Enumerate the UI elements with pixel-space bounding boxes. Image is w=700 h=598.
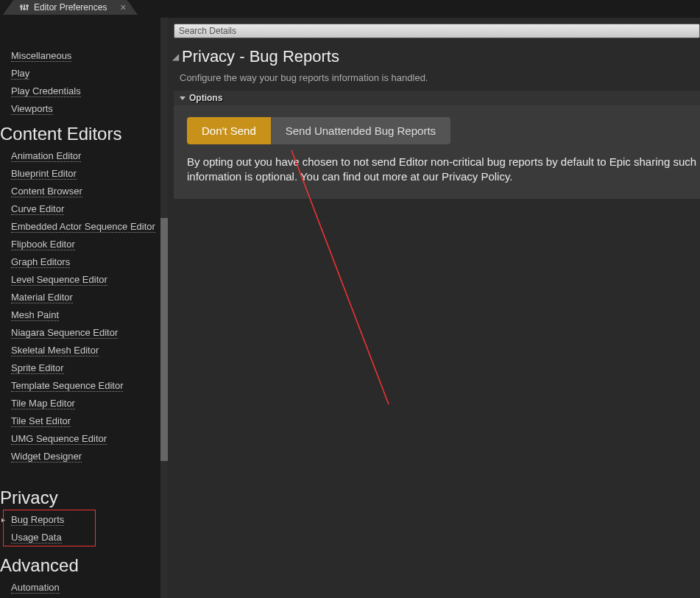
sidebar-item-miscellaneous[interactable]: Miscellaneous <box>0 47 168 65</box>
sidebar-scrollbar-thumb[interactable] <box>160 218 168 461</box>
sidebar-item-sprite-editor[interactable]: Sprite Editor <box>0 359 168 377</box>
search-input[interactable]: Search Details <box>174 24 700 38</box>
sidebar-item-graph-editors[interactable]: Graph Editors <box>0 253 168 271</box>
sidebar-item-content-browser[interactable]: Content Browser <box>0 183 168 200</box>
tab-editor-preferences[interactable]: Editor Preferences × <box>13 0 127 15</box>
sidebar-item-animation-editor[interactable]: Animation Editor <box>0 147 168 165</box>
category-header-content-editors: Content Editors <box>0 118 168 147</box>
page-title: Privacy - Bug Reports <box>182 44 339 69</box>
options-label: Options <box>189 93 222 103</box>
svg-rect-5 <box>26 5 29 7</box>
page-description: Configure the way your bug reports infor… <box>168 69 700 91</box>
category-header-privacy: Privacy <box>0 482 168 511</box>
sidebar-item-mesh-paint[interactable]: Mesh Paint <box>0 306 168 324</box>
chevron-down-icon <box>180 96 185 100</box>
sidebar-privacy-group: Bug Reports Usage Data <box>0 511 168 546</box>
sidebar-item-widget-designer[interactable]: Widget Designer <box>0 448 168 465</box>
dont-send-button[interactable]: Don't Send <box>187 117 271 144</box>
sidebar-item-play[interactable]: Play <box>0 65 168 82</box>
category-header-advanced: Advanced <box>0 549 168 579</box>
sidebar-item-tile-set-editor[interactable]: Tile Set Editor <box>0 412 168 430</box>
sidebar-item-niagara-sequence-editor[interactable]: Niagara Sequence Editor <box>0 324 168 342</box>
sidebar-item-usage-data[interactable]: Usage Data <box>0 529 168 546</box>
sidebar-item-tile-map-editor[interactable]: Tile Map Editor <box>0 395 168 412</box>
sidebar-item-flipbook-editor[interactable]: Flipbook Editor <box>0 236 168 253</box>
sidebar-item-play-credentials[interactable]: Play Credentials <box>0 82 168 100</box>
tab-bar: Editor Preferences × <box>0 0 700 18</box>
sidebar-item-material-editor[interactable]: Material Editor <box>0 289 168 306</box>
sidebar-item-level-sequence-editor[interactable]: Level Sequence Editor <box>0 271 168 289</box>
sidebar-item-automation[interactable]: Automation <box>0 579 168 597</box>
sidebar-item-umg-sequence-editor[interactable]: UMG Sequence Editor <box>0 430 168 448</box>
sidebar-item-curve-editor[interactable]: Curve Editor <box>0 200 168 218</box>
bug-report-mode-toggle: Don't Send Send Unattended Bug Reports <box>187 117 450 144</box>
sidebar-item-viewports[interactable]: Viewports <box>0 100 168 118</box>
preferences-icon <box>19 2 29 13</box>
svg-rect-3 <box>20 6 23 7</box>
sidebar-item-template-sequence-editor[interactable]: Template Sequence Editor <box>0 377 168 395</box>
options-body: Don't Send Send Unattended Bug Reports B… <box>174 105 700 199</box>
svg-rect-4 <box>23 8 26 10</box>
collapse-icon: ◢ <box>172 52 179 62</box>
sidebar-top-group: Miscellaneous Play Play Credentials View… <box>0 25 168 118</box>
tab-title: Editor Preferences <box>34 2 107 13</box>
sidebar-item-blueprint-editor[interactable]: Blueprint Editor <box>0 165 168 183</box>
options-description: By opting out you have chosen to not sen… <box>174 144 700 184</box>
sidebar-item-skeletal-mesh-editor[interactable]: Skeletal Mesh Editor <box>0 342 168 359</box>
section-header-row[interactable]: ◢ Privacy - Bug Reports <box>168 44 700 69</box>
close-icon[interactable]: × <box>120 1 126 13</box>
content-panel: Search Details ◢ Privacy - Bug Reports C… <box>168 18 700 598</box>
sidebar-advanced-group: Automation Crash Reporter <box>0 579 168 598</box>
sidebar-item-embedded-actor-sequence-editor[interactable]: Embedded Actor Sequence Editor <box>0 218 168 236</box>
sidebar-item-bug-reports[interactable]: Bug Reports <box>0 511 168 529</box>
options-header[interactable]: Options <box>174 91 700 105</box>
sidebar-content-editors-group: Animation Editor Blueprint Editor Conten… <box>0 147 168 465</box>
send-unattended-button[interactable]: Send Unattended Bug Reports <box>271 117 450 144</box>
search-placeholder: Search Details <box>179 26 236 36</box>
sidebar: Miscellaneous Play Play Credentials View… <box>0 18 168 598</box>
